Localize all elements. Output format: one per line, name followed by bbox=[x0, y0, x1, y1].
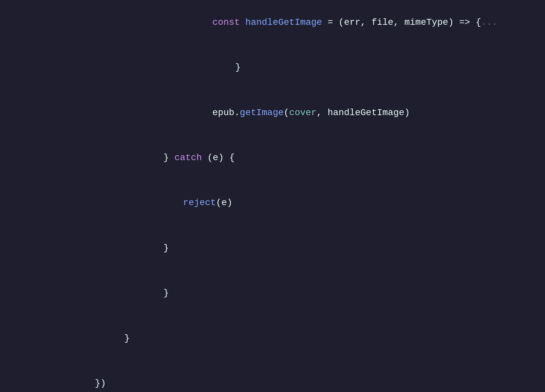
code-line-1: const handleGetImage = (err, file, mimeT… bbox=[0, 0, 545, 45]
code-line-6: } bbox=[0, 226, 545, 271]
code-editor: const handleGetImage = (err, file, mimeT… bbox=[0, 0, 545, 392]
code-line-8: } bbox=[0, 316, 545, 361]
code-line-9: }) bbox=[0, 361, 545, 392]
code-line-7: } bbox=[0, 271, 545, 316]
code-line-3: epub.getImage(cover, handleGetImage) bbox=[0, 90, 545, 135]
code-line-2: } bbox=[0, 45, 545, 90]
code-line-5: reject(e) bbox=[0, 181, 545, 226]
code-line-4: } catch (e) { bbox=[0, 135, 545, 180]
